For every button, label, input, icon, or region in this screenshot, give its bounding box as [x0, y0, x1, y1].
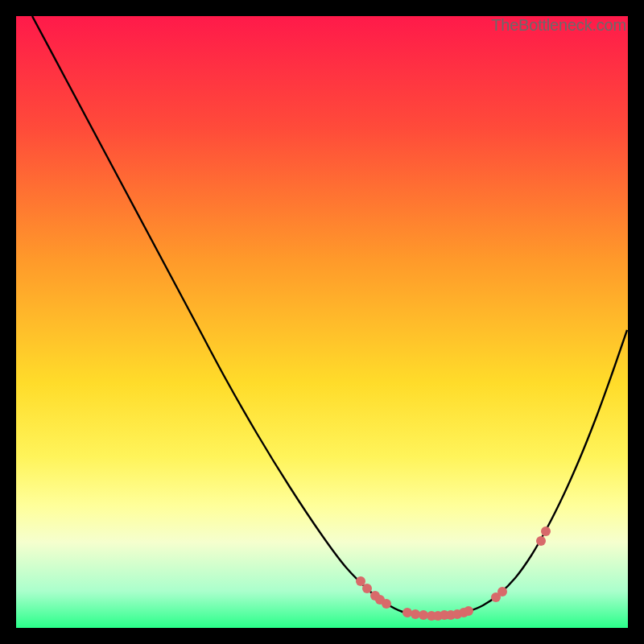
data-marker [497, 587, 507, 597]
data-marker [382, 599, 391, 609]
data-marker [536, 536, 546, 546]
chart-frame: TheBottleneck.com [16, 16, 628, 628]
chart-svg [16, 16, 628, 628]
data-marker [541, 526, 551, 536]
data-marker [402, 608, 412, 617]
data-marker [362, 584, 372, 593]
data-marker [464, 606, 473, 616]
data-marker [356, 576, 365, 586]
watermark-label: TheBottleneck.com [491, 16, 626, 35]
